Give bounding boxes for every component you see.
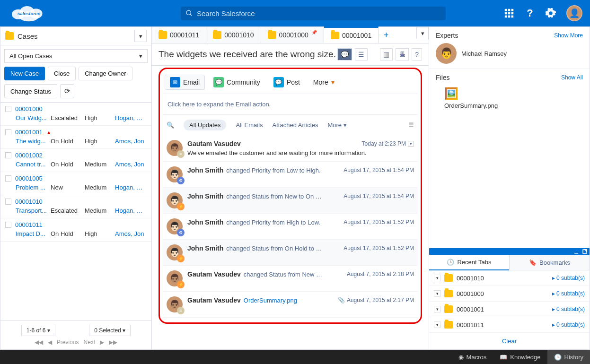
expert-item[interactable]: 👨 Michael Ramsey	[436, 43, 583, 64]
case-subject-link[interactable]: Problem ...	[16, 184, 49, 191]
row-checkbox[interactable]	[5, 129, 11, 135]
new-tab-button[interactable]: +	[379, 27, 394, 43]
case-number[interactable]: 00001011	[15, 221, 43, 228]
feed-filter-more[interactable]: More ▾	[327, 121, 346, 129]
selected-count[interactable]: 0 Selected ▾	[89, 325, 131, 336]
files-show-all[interactable]: Show All	[561, 74, 583, 81]
publisher-email-tab[interactable]: ✉Email	[165, 75, 205, 90]
recent-tab-row[interactable]: ▾00001010▸ 0 subtab(s)	[429, 270, 590, 286]
file-item[interactable]: 🖼️ OrderSummary.png	[436, 85, 583, 111]
print-icon[interactable]: 🖶	[396, 48, 409, 61]
feed-author[interactable]: Gautam Vasudev	[187, 296, 241, 304]
publisher-post-tab[interactable]: 💬Post	[269, 75, 305, 89]
feed-item[interactable]: 👨🏽≡ Gautam VasudevToday at 2:23 PM ▾We'v…	[163, 135, 418, 162]
workspace-tab[interactable]: 00001000	[261, 27, 324, 43]
feed-filter-articles[interactable]: Attached Articles	[273, 121, 318, 129]
detail-view-button[interactable]: ☰	[355, 48, 368, 61]
subtab-count[interactable]: ▸ 0 subtab(s)	[552, 290, 585, 297]
feed-menu-toggle[interactable]: ▾	[408, 141, 414, 147]
recent-tab-row[interactable]: ▾00001001▸ 0 subtab(s)	[429, 302, 590, 317]
publisher-expand-hint[interactable]: Click here to expand the Email action.	[163, 94, 418, 115]
subtab-count[interactable]: ▸ 0 subtab(s)	[552, 275, 585, 281]
case-row[interactable]: 00001000 Our Widg...EscalatedHighHogan, …	[0, 103, 151, 126]
new-case-button[interactable]: New Case	[4, 67, 45, 80]
feed-item[interactable]: 👨🏻⚡ John Smithchanged Status from New to…	[163, 188, 418, 214]
case-number[interactable]: 00001005	[15, 175, 43, 182]
feed-item[interactable]: 👨🏽⚡ Gautam Vasudevchanged Status from Ne…	[163, 266, 418, 292]
close-button[interactable]: Close	[48, 67, 76, 80]
footer-history[interactable]: 🕒History	[547, 350, 590, 364]
row-checkbox[interactable]	[5, 199, 11, 205]
feed-view-button[interactable]: 💬	[337, 48, 352, 61]
help-icon[interactable]: ?	[525, 8, 535, 18]
experts-show-more[interactable]: Show More	[554, 32, 583, 39]
settings-icon[interactable]	[546, 8, 556, 18]
case-owner-link[interactable]: Amos, Jon	[115, 161, 147, 168]
subtab-count[interactable]: ▸ 0 subtab(s)	[552, 321, 585, 328]
recent-tab-row[interactable]: ▾00001011▸ 0 subtab(s)	[429, 317, 590, 333]
row-checkbox[interactable]	[5, 175, 11, 182]
feed-author[interactable]: John Smith	[187, 218, 223, 226]
case-subject-link[interactable]: Cannot tr...	[16, 161, 49, 168]
change-owner-button[interactable]: Change Owner	[79, 67, 132, 80]
expand-toggle[interactable]: ▾	[434, 290, 440, 297]
feed-author[interactable]: John Smith	[187, 166, 223, 174]
change-status-button[interactable]: Change Status	[4, 84, 57, 98]
case-number[interactable]: 00001010	[15, 198, 43, 205]
publisher-community-tab[interactable]: 💬Community	[209, 75, 265, 89]
help-icon[interactable]: ?	[412, 48, 422, 61]
feed-filter-all[interactable]: All Updates	[184, 120, 226, 130]
search-input[interactable]	[197, 9, 441, 17]
next-page-icon[interactable]: ▶	[100, 339, 104, 346]
feed-search-icon[interactable]: 🔍	[167, 121, 174, 129]
expand-toggle[interactable]: ▾	[434, 306, 440, 312]
layout-icon[interactable]: ▥	[380, 48, 393, 61]
feed-author[interactable]: John Smith	[187, 244, 223, 252]
case-subject-link[interactable]: The widg...	[16, 138, 49, 145]
first-page-icon[interactable]: ◀◀	[35, 339, 43, 346]
list-view-selector[interactable]: All Open Cases ▾	[4, 49, 148, 63]
page-range[interactable]: 1-6 of 6 ▾	[21, 325, 55, 336]
case-row[interactable]: 00001005 Problem ...NewMediumHogan, M...	[0, 172, 151, 195]
expand-toggle[interactable]: ▾	[434, 275, 440, 281]
case-owner-link[interactable]: Amos, Jon	[115, 138, 147, 145]
case-owner-link[interactable]: Hogan, M...	[115, 207, 147, 214]
last-page-icon[interactable]: ▶▶	[109, 339, 117, 346]
recent-tabs-tab[interactable]: 🕒Recent Tabs	[429, 255, 509, 270]
refresh-button[interactable]: ⟳	[60, 84, 74, 98]
row-checkbox[interactable]	[5, 222, 11, 228]
case-subject-link[interactable]: Impact D...	[16, 230, 49, 237]
footer-knowledge[interactable]: 📖Knowledge	[493, 350, 547, 364]
row-checkbox[interactable]	[5, 152, 11, 158]
minimize-icon[interactable]	[573, 249, 579, 254]
workspace-tab[interactable]: 00001011	[152, 27, 206, 43]
feed-item[interactable]: 👨🏻⚡ John Smithchanged Status from On Hol…	[163, 240, 418, 266]
feed-filter-emails[interactable]: All Emails	[236, 121, 263, 129]
feed-item[interactable]: 👨🏻⚙ John Smithchanged Priority from High…	[163, 214, 418, 240]
workspace-tab[interactable]: 00001010	[206, 27, 261, 43]
case-row[interactable]: 00001002 Cannot tr...On HoldMediumAmos, …	[0, 149, 151, 172]
workspace-tab[interactable]: 00001001	[324, 26, 379, 43]
bookmarks-tab[interactable]: 🔖Bookmarks	[509, 255, 590, 270]
feed-options-icon[interactable]: ☰	[408, 121, 414, 129]
tab-overflow[interactable]: ▾	[416, 27, 429, 39]
feed-author[interactable]: Gautam Vasudev	[187, 140, 241, 147]
case-subject-link[interactable]: Our Widg...	[16, 114, 49, 121]
feed-author[interactable]: John Smith	[187, 192, 223, 200]
user-avatar[interactable]: 👤	[566, 5, 582, 21]
expand-toggle[interactable]: ▾	[434, 321, 440, 328]
row-checkbox[interactable]	[5, 106, 11, 112]
publisher-more[interactable]: More ▾	[308, 77, 339, 88]
case-row[interactable]: 00001001▲ The widg...On HoldHighAmos, Jo…	[0, 126, 151, 149]
case-subject-link[interactable]: Transport...	[16, 207, 49, 214]
popout-icon[interactable]	[582, 249, 588, 254]
subtab-count[interactable]: ▸ 0 subtab(s)	[552, 306, 585, 312]
case-number[interactable]: 00001002	[15, 152, 43, 159]
prev-page-icon[interactable]: ◀	[48, 339, 52, 346]
case-number[interactable]: 00001001	[15, 129, 43, 136]
panel-menu-toggle[interactable]: ▾	[134, 30, 147, 42]
case-owner-link[interactable]: Amos, Jon	[115, 230, 147, 237]
case-row[interactable]: 00001010 Transport...EscalatedMediumHoga…	[0, 195, 151, 218]
feed-item[interactable]: 👨🏽≡ Gautam VasudevOrderSummary.png📎Augus…	[163, 292, 418, 318]
recent-tab-row[interactable]: ▾00001000▸ 0 subtab(s)	[429, 286, 590, 302]
